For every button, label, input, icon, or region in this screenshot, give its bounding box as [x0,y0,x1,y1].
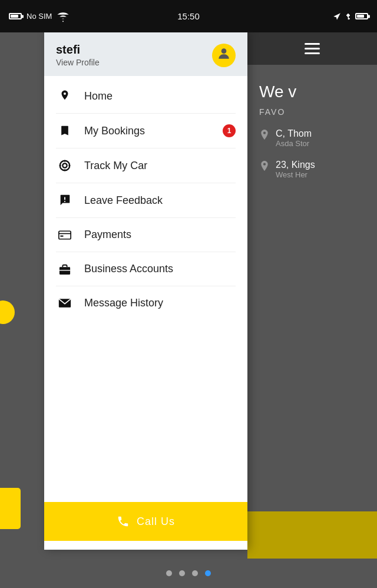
location-info-2: 23, Kings West Her [276,160,315,179]
menu-item-track-my-car[interactable]: Track My Car [44,148,247,183]
home-label: Home [84,90,113,103]
menu-item-message-history[interactable]: Message History [44,286,247,320]
svg-point-1 [221,48,227,54]
right-panel-bottom-yellow [247,511,377,559]
page-dot-3[interactable] [192,570,198,576]
status-left: No SIM [9,10,70,23]
svg-rect-13 [59,267,70,275]
track-my-car-label: Track My Car [84,160,147,172]
right-panel: We v FAVO C, Thom Asda Stor 23, Kings We… [247,32,377,588]
call-us-label: Call Us [137,516,175,528]
time-display: 15:50 [177,11,200,21]
my-bookings-badge: 1 [223,124,236,137]
exclamation-bubble-icon [56,194,74,207]
avatar[interactable] [212,44,236,67]
right-panel-main-text: We v [247,65,377,107]
menu-item-business-accounts[interactable]: Business Accounts [44,252,247,286]
menu-list: Home My Bookings 1 [44,76,247,496]
page-dot-4-active[interactable] [205,570,211,576]
side-drawer: stefi View Profile Home [44,32,247,550]
envelope-icon [56,298,74,308]
svg-point-0 [62,21,64,22]
message-history-label: Message History [84,297,163,309]
briefcase-icon [56,263,74,275]
location-arrow-icon [333,12,341,21]
status-bar: No SIM 15:50 [0,0,377,32]
battery-icon-left [9,13,22,19]
my-bookings-label: My Bookings [84,125,145,137]
bookmark-icon [56,124,74,137]
yellow-circle-bottom [0,488,21,529]
credit-card-icon [56,230,74,240]
right-panel-locations: C, Thom Asda Stor 23, Kings West Her [247,117,377,203]
carrier-label: No SIM [27,12,52,21]
target-circle-icon [56,159,74,172]
hamburger-icon [305,43,320,54]
svg-rect-10 [59,231,71,239]
location-item-2: 23, Kings West Her [259,160,365,179]
battery-icon-right [355,13,368,19]
page-dot-2[interactable] [179,570,185,576]
location-name-2: 23, Kings [276,160,315,170]
svg-point-3 [62,163,67,167]
menu-item-leave-feedback[interactable]: Leave Feedback [44,183,247,217]
menu-item-home[interactable]: Home [44,79,247,113]
wifi-icon [57,10,70,23]
business-accounts-label: Business Accounts [84,263,173,275]
bluetooth-icon [345,12,352,21]
right-panel-header [247,32,377,65]
location-pin-icon-1 [259,130,270,144]
svg-point-2 [60,161,70,171]
avatar-icon [216,46,232,65]
view-profile-link[interactable]: View Profile [56,58,100,67]
profile-section[interactable]: stefi View Profile [44,32,247,76]
call-us-button[interactable]: Call Us [44,502,247,541]
location-name-1: C, Thom [276,128,312,139]
page-dots [0,570,377,576]
menu-item-payments[interactable]: Payments [44,218,247,252]
location-item-1: C, Thom Asda Stor [259,128,365,148]
location-pin-icon-2 [259,161,270,176]
phone-icon [117,515,130,528]
svg-rect-9 [64,201,65,202]
profile-name: stefi [56,43,100,57]
menu-item-my-bookings[interactable]: My Bookings 1 [44,114,247,148]
home-icon [56,90,74,103]
location-info-1: C, Thom Asda Stor [276,128,312,148]
location-sub-2: West Her [276,170,315,179]
payments-label: Payments [84,229,131,241]
page-dot-1[interactable] [166,570,172,576]
svg-rect-8 [64,197,65,200]
location-sub-1: Asda Stor [276,139,312,148]
status-right [333,12,368,21]
leave-feedback-label: Leave Feedback [84,194,163,207]
profile-info: stefi View Profile [56,43,100,67]
right-panel-label: FAVO [247,107,377,117]
